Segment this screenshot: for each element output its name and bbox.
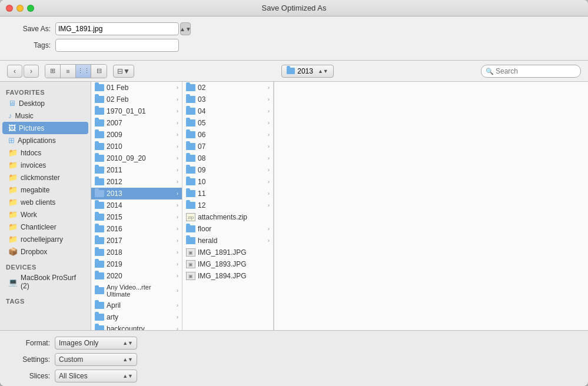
sidebar-item-rochellejparry[interactable]: 📁 rochellejparry [2,233,88,245]
folder-icon [186,225,195,232]
sidebar-item-desktop[interactable]: 🖥 Desktop [2,97,88,109]
image-icon: ▣ [186,260,195,268]
maximize-button[interactable] [27,5,34,12]
filename-dropdown[interactable]: ▲▼ [180,22,191,35]
folder-icon [95,272,104,279]
format-select[interactable]: Images Only ▲▼ [55,337,137,350]
sidebar-item-applications[interactable]: ⊞ Applications [2,134,88,147]
sidebar-item-chanticleer[interactable]: 📁 Chanticleer [2,221,88,233]
list-item[interactable]: herald› [182,235,273,247]
forward-button[interactable]: › [24,65,39,78]
list-item[interactable]: 2010› [91,141,182,152]
list-item[interactable]: 01 Feb› [91,82,182,94]
view-list-btn[interactable]: ≡ [61,65,76,78]
nav-buttons: ‹ › [7,65,39,78]
search-input[interactable] [481,65,581,78]
view-icon-btn[interactable]: ⊞ [45,65,61,78]
window: Save Optimized As Save As: ▲▼ Tags: ‹ › … [0,0,588,386]
minimize-button[interactable] [16,5,24,12]
list-item[interactable]: 03› [182,94,273,105]
rochellejparry-icon: 📁 [8,235,18,244]
list-item[interactable]: 2015› [91,211,182,223]
clickmonster-icon: 📁 [8,173,18,182]
slices-dropdown-icon: ▲▼ [122,373,133,379]
list-item[interactable]: 07› [182,141,273,152]
htdocs-icon: 📁 [8,148,18,157]
list-item[interactable]: 2010_09_20› [91,152,182,164]
sidebar-label-webclients: web clients [21,198,55,207]
location-select[interactable]: 2013 ▲▼ [281,65,334,78]
list-item[interactable]: ▣ IMG_1894.JPG [182,270,273,282]
list-item[interactable]: 1970_01_01› [91,105,182,117]
folder-icon [186,237,195,244]
view-coverflow-btn[interactable]: ⊟ [91,65,107,78]
list-item[interactable]: 2016› [91,223,182,235]
list-item[interactable]: 05› [182,117,273,129]
folder-icon [95,314,104,321]
sidebar-label-music: Music [15,112,34,120]
sidebar-item-webclients[interactable]: 📁 web clients [2,196,88,208]
format-label: Format: [12,339,50,347]
folder-panel-2: 02› 03› 04› 05› 06› 07› 08› 09› 10› 11› … [182,82,274,330]
sidebar-item-pictures[interactable]: 🖼 Pictures [2,122,88,134]
close-button[interactable] [6,5,13,12]
music-icon: ♪ [8,111,12,120]
list-item[interactable]: 2011› [91,164,182,176]
image-icon: ▣ [186,248,195,257]
tags-input[interactable] [55,39,179,52]
list-item[interactable]: 02 Feb› [91,94,182,105]
sidebar-label-clickmonster: clickmonster [21,174,60,182]
arrange-btn[interactable]: ⊟▼ [113,65,134,78]
list-item[interactable]: April› [91,300,182,311]
list-item[interactable]: 06› [182,129,273,141]
folder-icon [95,143,104,150]
list-item[interactable]: ▣ IMG_1891.JPG [182,247,273,258]
list-item[interactable]: 10› [182,176,273,188]
list-item[interactable]: 2018› [91,247,182,258]
forward-icon: › [30,67,32,75]
list-item[interactable]: floor› [182,223,273,235]
list-item[interactable]: Any Video...rter Ultimate› [91,282,182,300]
sidebar-item-macbook[interactable]: 💻 MacBook ProSurf (2) [2,272,88,292]
list-item[interactable]: ▣ IMG_1893.JPG [182,258,273,270]
format-row: Format: Images Only ▲▼ [12,337,576,350]
sidebar-item-dropbox[interactable]: 📦 Dropbox [2,245,88,258]
list-item[interactable]: 09› [182,164,273,176]
list-item[interactable]: 2009› [91,129,182,141]
list-item[interactable]: 02› [182,82,273,94]
settings-dropdown-icon: ▲▼ [122,357,133,362]
sidebar-item-invoices[interactable]: 📁 invoices [2,159,88,171]
list-item[interactable]: 12› [182,199,273,211]
sidebar-item-megabite[interactable]: 📁 megabite [2,184,88,196]
list-item[interactable]: backcountry› [91,323,182,330]
list-item[interactable]: 2020› [91,270,182,282]
settings-select[interactable]: Custom ▲▼ [55,353,137,366]
back-button[interactable]: ‹ [7,65,22,78]
sidebar-item-htdocs[interactable]: 📁 htdocs [2,147,88,159]
list-item[interactable]: 2019› [91,258,182,270]
list-item[interactable]: 2013› [91,188,182,199]
list-item[interactable]: 2012› [91,176,182,188]
slices-select[interactable]: All Slices ▲▼ [55,370,137,382]
file-panel [274,82,588,330]
folder-icon [95,302,104,309]
sidebar-label-desktop: Desktop [19,99,45,108]
sidebar-item-music[interactable]: ♪ Music [2,109,88,122]
sidebar-item-clickmonster[interactable]: 📁 clickmonster [2,171,88,184]
list-item[interactable]: 11› [182,188,273,199]
list-item[interactable]: 2017› [91,235,182,247]
list-item[interactable]: 08› [182,152,273,164]
sidebar-label-applications: Applications [18,137,56,145]
back-icon: ‹ [14,67,16,75]
folder-icon [186,178,195,185]
list-item[interactable]: zip attachments.zip [182,211,273,223]
filename-input[interactable] [55,22,179,35]
list-item[interactable]: 04› [182,105,273,117]
list-item[interactable]: 2007› [91,117,182,129]
list-item[interactable]: 2014› [91,199,182,211]
search-icon: 🔍 [486,67,494,75]
folder-icon [95,155,104,162]
view-column-btn[interactable]: ⋮⋮ [76,65,91,78]
list-item[interactable]: arty› [91,311,182,323]
sidebar-item-work[interactable]: 📁 Work [2,208,88,221]
